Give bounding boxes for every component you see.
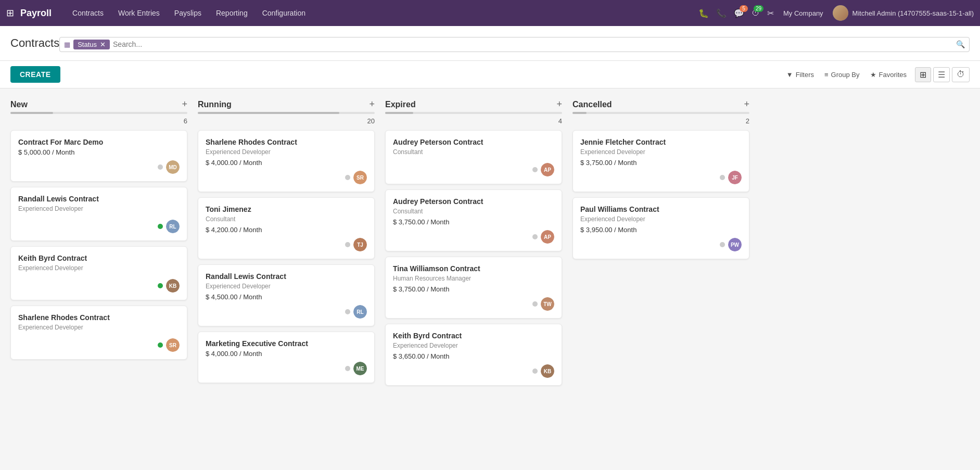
chat-icon[interactable]: 💬 5 [734,8,744,18]
card-subtitle: Experienced Developer [580,148,742,156]
kanban-view-button[interactable]: ⊞ [915,67,931,82]
card-salary: $ 3,650.00 / Month [393,352,554,360]
col-add-button[interactable]: + [744,99,749,110]
card-subtitle: Experienced Developer [206,283,367,290]
kanban-card[interactable]: Randall Lewis Contract Experienced Devel… [198,264,375,326]
kanban-card[interactable]: Sharlene Rhodes Contract Experienced Dev… [10,306,187,360]
filter-tag-label: Status [78,41,97,48]
kanban-card[interactable]: Audrey Peterson Contract Consultant $ 3,… [385,189,562,251]
avatar-initials: KB [541,364,554,378]
card-avatar: KB [166,279,180,293]
filter-tag-close[interactable]: ✕ [100,41,106,48]
create-button[interactable]: CREATE [10,66,60,83]
filters-label: Filters [796,71,814,79]
kanban-card[interactable]: Contract For Marc Demo $ 5,000.00 / Mont… [10,130,187,182]
kanban-card[interactable]: Audrey Peterson Contract Consultant AP [385,130,562,184]
group-by-label: Group By [831,71,860,79]
grid-icon[interactable]: ⊞ [6,7,14,19]
kanban-column-running: Running + 20 Sharlene Rhodes Contract Ex… [198,99,375,444]
kanban-card[interactable]: Keith Byrd Contract Experienced Develope… [10,246,187,300]
card-footer: SR [18,338,180,352]
avatar-initials: AP [541,230,554,244]
avatar-initials: JF [728,171,742,184]
phone-icon[interactable]: 📞 [716,8,727,18]
kanban-column-cancelled: Cancelled + 2 Jennie Fletcher Contract E… [572,99,749,444]
card-subtitle: Human Resources Manager [393,275,554,282]
card-subtitle: Consultant [393,208,554,215]
card-footer: TJ [206,238,367,251]
bug-icon[interactable]: 🐛 [698,8,709,18]
card-footer: AP [393,163,554,176]
group-by-button[interactable]: ≡ Group By [824,71,860,79]
card-salary: $ 4,200.00 / Month [206,226,367,234]
col-progress [385,112,562,114]
card-status-dot [158,342,163,348]
favorites-button[interactable]: ★ Favorites [870,71,907,79]
search-input[interactable] [113,40,953,48]
kanban-card[interactable]: Jennie Fletcher Contract Experienced Dev… [572,130,749,192]
kanban-card[interactable]: Keith Byrd Contract Experienced Develope… [385,324,562,386]
avatar-initials: RL [166,220,180,233]
app-brand: Payroll [20,8,52,19]
card-footer: RL [18,220,180,233]
settings-icon[interactable]: ✂ [767,8,774,18]
activity-view-button[interactable]: ⏱ [952,67,970,82]
list-view-button[interactable]: ☰ [933,67,950,82]
user-name: Mitchell Admin (14707555-saas-15-1-all) [852,9,974,17]
kanban-card[interactable]: Randall Lewis Contract Experienced Devel… [10,187,187,241]
card-title: Marketing Executive Contract [206,339,367,348]
card-footer: SR [206,171,367,184]
kanban-card[interactable]: Sharlene Rhodes Contract Experienced Dev… [198,130,375,192]
search-bar: ▦ Status ✕ 🔍 [59,37,970,52]
card-avatar: AP [541,163,554,176]
card-footer: TW [393,297,554,311]
activity-badge: 29 [754,5,763,12]
kanban-card[interactable]: Paul Williams Contract Experienced Devel… [572,197,749,259]
col-count-row: 6 [10,117,187,125]
activity-icon[interactable]: ⏱ 29 [752,8,760,18]
search-filter-icon: ▦ [64,41,70,48]
card-subtitle: Experienced Developer [18,264,180,272]
card-footer: RL [206,305,367,319]
card-footer: KB [393,364,554,378]
filters-button[interactable]: ▼ Filters [786,71,814,79]
menu-configuration[interactable]: Configuration [256,6,312,20]
card-avatar: JF [728,171,742,184]
col-add-button[interactable]: + [556,99,562,110]
card-salary: $ 3,950.00 / Month [580,226,742,234]
card-salary: $ 5,000.00 / Month [18,148,180,156]
company-name[interactable]: My Company [783,9,823,17]
col-header-row: New + [10,99,187,110]
kanban-card[interactable]: Toni Jimenez Consultant $ 4,200.00 / Mon… [198,197,375,259]
menu-reporting[interactable]: Reporting [210,6,254,20]
kanban-card[interactable]: Tina Williamson Contract Human Resources… [385,257,562,319]
menu-payslips[interactable]: Payslips [168,6,208,20]
col-progress [198,112,375,114]
col-count: 20 [367,117,375,125]
col-count: 4 [558,117,562,125]
col-header-row: Expired + [385,99,562,110]
col-add-button[interactable]: + [369,99,375,110]
col-title: New [10,100,28,109]
kanban-card[interactable]: Marketing Executive Contract $ 4,000.00 … [198,332,375,383]
card-title: Randall Lewis Contract [206,272,367,281]
status-filter-tag[interactable]: Status ✕ [73,40,110,49]
col-add-button[interactable]: + [182,99,187,110]
card-title: Toni Jimenez [206,205,367,213]
card-avatar: SR [353,171,367,184]
card-footer: AP [393,230,554,244]
group-by-icon: ≡ [824,71,829,79]
menu-work-entries[interactable]: Work Entries [112,6,166,20]
avatar-initials: RL [353,305,367,319]
col-header-row: Running + [198,99,375,110]
card-avatar: TW [541,297,554,311]
user-menu[interactable]: Mitchell Admin (14707555-saas-15-1-all) [833,5,974,21]
card-footer: ME [206,362,367,375]
card-status-dot [158,164,163,170]
card-title: Jennie Fletcher Contract [580,138,742,146]
card-status-dot [345,242,350,247]
card-subtitle: Experienced Developer [393,342,554,349]
search-magnifier-icon[interactable]: 🔍 [956,40,965,48]
menu-contracts[interactable]: Contracts [66,6,110,20]
page-title: Contracts [10,32,59,56]
